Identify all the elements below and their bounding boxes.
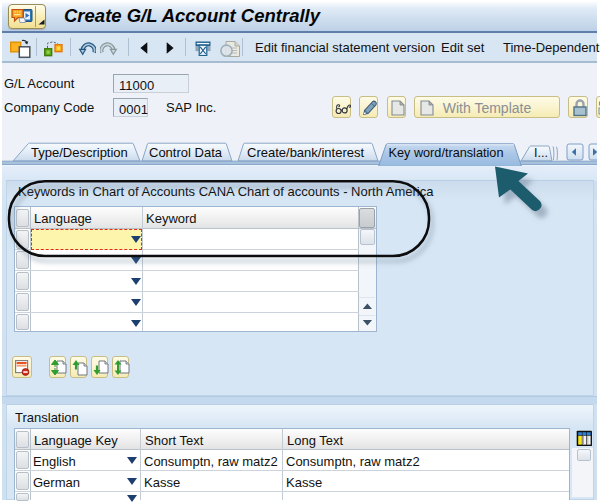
svg-text:Control Data: Control Data [149, 145, 223, 160]
svg-text:Type/Description: Type/Description [31, 145, 128, 160]
svg-text:Key word/translation: Key word/translation [389, 146, 504, 160]
svg-text:Create/bank/interest: Create/bank/interest [247, 145, 364, 160]
svg-text:I...: I... [534, 146, 548, 160]
